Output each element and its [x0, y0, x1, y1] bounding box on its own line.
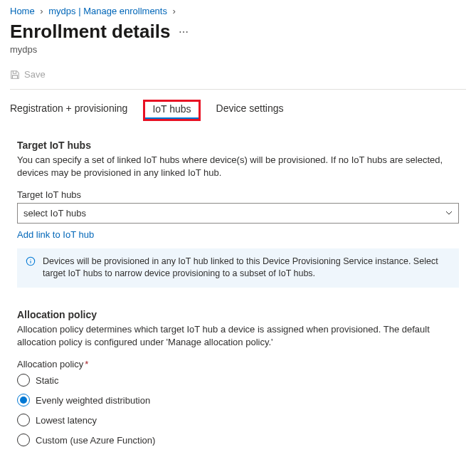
allocation-policy-section: Allocation policy Allocation policy dete… [10, 309, 466, 446]
breadcrumb-home[interactable]: Home [10, 6, 35, 16]
tab-registration-provisioning[interactable]: Registration + provisioning [10, 103, 127, 118]
radio-evenly-weighted[interactable]: Evenly weighted distribution [17, 394, 459, 406]
toolbar: Save [10, 65, 466, 90]
radio-icon [17, 394, 30, 406]
add-link-to-iot-hub[interactable]: Add link to IoT hub [17, 229, 94, 240]
chevron-right-icon: › [40, 6, 43, 16]
allocation-policy-label: Allocation policy* [17, 359, 459, 369]
svg-point-2 [30, 259, 31, 260]
radio-icon [17, 434, 30, 446]
section-description: Allocation policy determines which targe… [17, 323, 459, 349]
target-iot-hubs-section: Target IoT hubs You can specify a set of… [10, 140, 466, 288]
radio-custom[interactable]: Custom (use Azure Function) [17, 434, 459, 446]
save-icon [10, 70, 20, 80]
save-button[interactable]: Save [10, 69, 46, 80]
info-icon [26, 256, 36, 266]
chevron-right-icon: › [173, 6, 176, 16]
breadcrumb-item[interactable]: mydps | Manage enrollments [48, 6, 167, 16]
allocation-policy-radio-group: Static Evenly weighted distribution Lowe… [17, 374, 459, 446]
tab-iot-hubs[interactable]: IoT hubs [143, 100, 200, 121]
select-value: select IoT hubs [23, 208, 86, 219]
tab-device-settings[interactable]: Device settings [216, 103, 284, 118]
breadcrumb: Home › mydps | Manage enrollments › [10, 6, 466, 16]
radio-icon [17, 374, 30, 387]
section-description: You can specify a set of linked IoT hubs… [17, 154, 459, 179]
radio-icon [17, 414, 30, 426]
radio-label: Lowest latency [36, 415, 97, 426]
radio-lowest-latency[interactable]: Lowest latency [17, 414, 459, 426]
page-subtitle: mydps [10, 44, 466, 55]
page-title: Enrollment details [10, 21, 170, 43]
more-icon[interactable]: ⋯ [179, 26, 189, 38]
target-iot-hubs-label: Target IoT hubs [17, 189, 459, 200]
radio-label: Custom (use Azure Function) [36, 435, 155, 446]
info-text: Devices will be provisioned in any IoT h… [43, 256, 450, 280]
chevron-down-icon [445, 209, 453, 217]
radio-static[interactable]: Static [17, 374, 459, 387]
section-heading: Allocation policy [17, 309, 459, 320]
required-indicator: * [85, 359, 88, 369]
tabs: Registration + provisioning IoT hubs Dev… [10, 103, 466, 118]
save-label: Save [24, 69, 46, 80]
info-box: Devices will be provisioned in any IoT h… [17, 248, 459, 288]
section-heading: Target IoT hubs [17, 140, 459, 151]
radio-label: Static [36, 375, 59, 386]
radio-label: Evenly weighted distribution [36, 395, 150, 406]
target-iot-hubs-select[interactable]: select IoT hubs [17, 203, 459, 224]
